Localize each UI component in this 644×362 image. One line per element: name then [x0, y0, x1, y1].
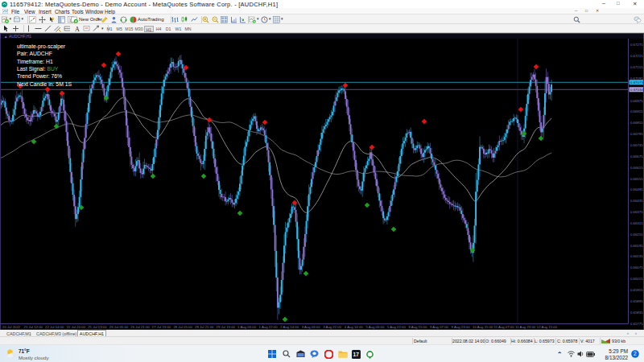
svg-text:0.67275: 0.67275 [630, 43, 643, 47]
svg-text:26 Jul 21:00: 26 Jul 21:00 [130, 325, 150, 329]
svg-text:0.66075: 0.66075 [630, 265, 643, 269]
svg-text:2 Aug 14:00: 2 Aug 14:00 [280, 325, 299, 329]
svg-text:0.67155: 0.67155 [630, 65, 643, 69]
svg-text:8 Aug 15:00: 8 Aug 15:00 [408, 325, 427, 329]
svg-text:10 Aug 15:00: 10 Aug 15:00 [473, 325, 493, 329]
svg-text:0.66135: 0.66135 [630, 254, 643, 258]
svg-text:0.66735: 0.66735 [630, 143, 643, 147]
svg-text:3 Aug 06:00: 3 Aug 06:00 [302, 325, 321, 329]
svg-text:Trend Power: 76%: Trend Power: 76% [17, 73, 62, 79]
svg-text:A: A [75, 26, 80, 33]
svg-text:27 Jul 13:00: 27 Jul 13:00 [152, 325, 171, 329]
svg-text:0.66435: 0.66435 [630, 199, 643, 203]
svg-text:0.65775: 0.65775 [630, 322, 643, 326]
svg-text:0.66855: 0.66855 [630, 121, 643, 125]
svg-text:0.66315: 0.66315 [630, 221, 643, 225]
svg-text:12 Aug 15:00: 12 Aug 15:00 [537, 325, 558, 329]
svg-text:29 Jul 13:00: 29 Jul 13:00 [217, 325, 236, 329]
svg-text:Last Signal: BUY: Last Signal: BUY [17, 66, 59, 72]
svg-text:0.67073: 0.67073 [630, 80, 643, 84]
svg-text:0.65895: 0.65895 [630, 299, 643, 303]
svg-text:9 Aug 23:00: 9 Aug 23:00 [452, 325, 471, 329]
svg-text:0.66615: 0.66615 [630, 166, 643, 170]
svg-text:28 Jul 21:00: 28 Jul 21:00 [195, 325, 214, 329]
svg-text:Pair: AUDCHF: Pair: AUDCHF [17, 51, 52, 56]
svg-text:11 Aug 07:00: 11 Aug 07:00 [494, 325, 515, 329]
svg-text:3 Aug 22:00: 3 Aug 22:00 [323, 325, 342, 329]
svg-text:5 Aug 06:00: 5 Aug 06:00 [365, 325, 385, 329]
svg-text:0.66555: 0.66555 [630, 177, 643, 181]
svg-text:22 Jul 20:00: 22 Jul 20:00 [67, 325, 86, 329]
svg-text:0.66255: 0.66255 [630, 232, 643, 237]
svg-text:17: 17 [353, 352, 360, 357]
svg-text:ultimate-pro-scalper: ultimate-pro-scalper [17, 43, 66, 50]
svg-text:2: 2 [634, 351, 637, 356]
svg-text:0.66975: 0.66975 [630, 99, 643, 103]
svg-text:22 Jul 04:00: 22 Jul 04:00 [45, 325, 64, 329]
svg-text:9 Aug 07:00: 9 Aug 07:00 [430, 325, 449, 329]
svg-text:0.66015: 0.66015 [630, 277, 643, 281]
svg-text:0.65835: 0.65835 [630, 311, 643, 315]
svg-text:20 Jul 2022: 20 Jul 2022 [2, 325, 21, 329]
svg-text:0.66795: 0.66795 [630, 132, 643, 136]
svg-text:11 Aug 23:00: 11 Aug 23:00 [515, 325, 536, 329]
svg-text:0.66375: 0.66375 [630, 210, 643, 214]
svg-text:26 Jul 05:00: 26 Jul 05:00 [109, 325, 129, 329]
svg-text:25 Jul 13:00: 25 Jul 13:00 [88, 325, 107, 329]
svg-text:0.65955: 0.65955 [630, 288, 643, 292]
svg-text:5 Aug 22:00: 5 Aug 22:00 [387, 325, 407, 329]
svg-text:0.67215: 0.67215 [630, 54, 643, 58]
svg-text:1 Aug 22:00: 1 Aug 22:00 [259, 325, 279, 329]
svg-text:21 Jul 12:00: 21 Jul 12:00 [24, 325, 43, 329]
svg-text:0.66675: 0.66675 [630, 154, 643, 158]
svg-text:0.67034: 0.67034 [630, 88, 643, 92]
svg-text:0.66495: 0.66495 [630, 187, 643, 191]
svg-text:Timeframe: H1: Timeframe: H1 [17, 59, 53, 64]
svg-text:0.66195: 0.66195 [630, 244, 643, 248]
svg-text:Next Candle in: 5M 1S: Next Candle in: 5M 1S [17, 81, 72, 87]
svg-text:4 Aug 14:00: 4 Aug 14:00 [345, 325, 364, 329]
svg-text:1 Aug 06:00: 1 Aug 06:00 [237, 325, 257, 329]
svg-text:28 Jul 05:00: 28 Jul 05:00 [173, 325, 192, 329]
svg-text:0.66915: 0.66915 [630, 109, 643, 113]
